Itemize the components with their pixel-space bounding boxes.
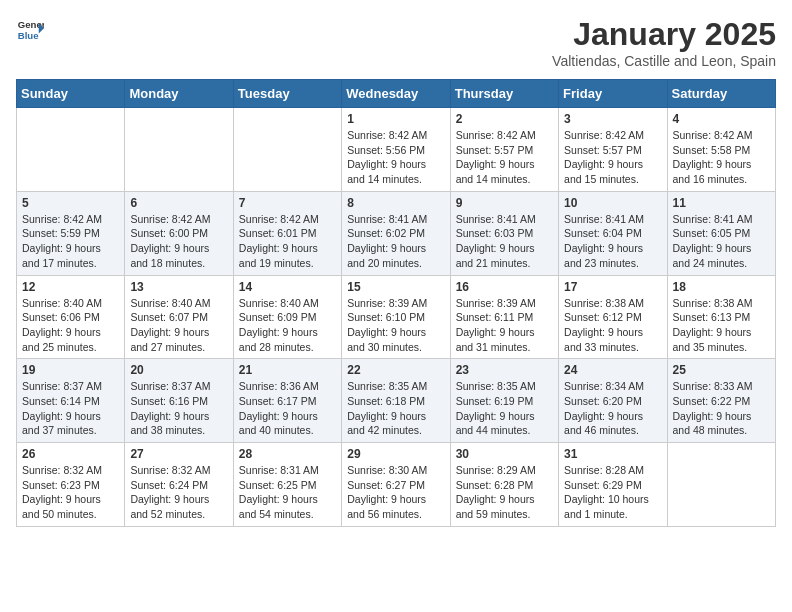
calendar-cell: 15Sunrise: 8:39 AM Sunset: 6:10 PM Dayli… <box>342 275 450 359</box>
column-header-thursday: Thursday <box>450 80 558 108</box>
calendar-cell: 10Sunrise: 8:41 AM Sunset: 6:04 PM Dayli… <box>559 191 667 275</box>
calendar-cell: 8Sunrise: 8:41 AM Sunset: 6:02 PM Daylig… <box>342 191 450 275</box>
day-info: Sunrise: 8:42 AM Sunset: 5:59 PM Dayligh… <box>22 212 119 271</box>
day-info: Sunrise: 8:37 AM Sunset: 6:16 PM Dayligh… <box>130 379 227 438</box>
column-header-tuesday: Tuesday <box>233 80 341 108</box>
calendar-cell: 5Sunrise: 8:42 AM Sunset: 5:59 PM Daylig… <box>17 191 125 275</box>
logo: General Blue <box>16 16 44 44</box>
day-number: 16 <box>456 280 553 294</box>
day-info: Sunrise: 8:40 AM Sunset: 6:09 PM Dayligh… <box>239 296 336 355</box>
day-info: Sunrise: 8:35 AM Sunset: 6:18 PM Dayligh… <box>347 379 444 438</box>
day-number: 26 <box>22 447 119 461</box>
calendar-subtitle: Valtiendas, Castille and Leon, Spain <box>552 53 776 69</box>
day-info: Sunrise: 8:32 AM Sunset: 6:24 PM Dayligh… <box>130 463 227 522</box>
calendar-cell: 11Sunrise: 8:41 AM Sunset: 6:05 PM Dayli… <box>667 191 775 275</box>
day-info: Sunrise: 8:29 AM Sunset: 6:28 PM Dayligh… <box>456 463 553 522</box>
day-info: Sunrise: 8:42 AM Sunset: 5:58 PM Dayligh… <box>673 128 770 187</box>
calendar-cell: 7Sunrise: 8:42 AM Sunset: 6:01 PM Daylig… <box>233 191 341 275</box>
calendar-cell <box>125 108 233 192</box>
day-number: 15 <box>347 280 444 294</box>
calendar-cell: 6Sunrise: 8:42 AM Sunset: 6:00 PM Daylig… <box>125 191 233 275</box>
day-info: Sunrise: 8:42 AM Sunset: 6:00 PM Dayligh… <box>130 212 227 271</box>
day-info: Sunrise: 8:41 AM Sunset: 6:02 PM Dayligh… <box>347 212 444 271</box>
day-info: Sunrise: 8:39 AM Sunset: 6:11 PM Dayligh… <box>456 296 553 355</box>
calendar-cell: 24Sunrise: 8:34 AM Sunset: 6:20 PM Dayli… <box>559 359 667 443</box>
day-number: 11 <box>673 196 770 210</box>
day-number: 9 <box>456 196 553 210</box>
calendar-cell: 2Sunrise: 8:42 AM Sunset: 5:57 PM Daylig… <box>450 108 558 192</box>
calendar-cell: 29Sunrise: 8:30 AM Sunset: 6:27 PM Dayli… <box>342 443 450 527</box>
day-info: Sunrise: 8:41 AM Sunset: 6:05 PM Dayligh… <box>673 212 770 271</box>
day-info: Sunrise: 8:38 AM Sunset: 6:12 PM Dayligh… <box>564 296 661 355</box>
calendar-cell <box>233 108 341 192</box>
logo-icon: General Blue <box>16 16 44 44</box>
day-info: Sunrise: 8:34 AM Sunset: 6:20 PM Dayligh… <box>564 379 661 438</box>
day-info: Sunrise: 8:41 AM Sunset: 6:04 PM Dayligh… <box>564 212 661 271</box>
calendar-cell <box>667 443 775 527</box>
day-info: Sunrise: 8:31 AM Sunset: 6:25 PM Dayligh… <box>239 463 336 522</box>
day-number: 12 <box>22 280 119 294</box>
calendar-cell: 27Sunrise: 8:32 AM Sunset: 6:24 PM Dayli… <box>125 443 233 527</box>
day-info: Sunrise: 8:39 AM Sunset: 6:10 PM Dayligh… <box>347 296 444 355</box>
day-number: 1 <box>347 112 444 126</box>
day-number: 13 <box>130 280 227 294</box>
day-number: 10 <box>564 196 661 210</box>
day-number: 20 <box>130 363 227 377</box>
day-info: Sunrise: 8:40 AM Sunset: 6:06 PM Dayligh… <box>22 296 119 355</box>
day-number: 28 <box>239 447 336 461</box>
calendar-cell: 30Sunrise: 8:29 AM Sunset: 6:28 PM Dayli… <box>450 443 558 527</box>
day-info: Sunrise: 8:32 AM Sunset: 6:23 PM Dayligh… <box>22 463 119 522</box>
day-info: Sunrise: 8:38 AM Sunset: 6:13 PM Dayligh… <box>673 296 770 355</box>
calendar-week-row: 19Sunrise: 8:37 AM Sunset: 6:14 PM Dayli… <box>17 359 776 443</box>
day-number: 19 <box>22 363 119 377</box>
calendar-week-row: 26Sunrise: 8:32 AM Sunset: 6:23 PM Dayli… <box>17 443 776 527</box>
day-info: Sunrise: 8:40 AM Sunset: 6:07 PM Dayligh… <box>130 296 227 355</box>
day-info: Sunrise: 8:35 AM Sunset: 6:19 PM Dayligh… <box>456 379 553 438</box>
calendar-cell: 25Sunrise: 8:33 AM Sunset: 6:22 PM Dayli… <box>667 359 775 443</box>
calendar-cell <box>17 108 125 192</box>
calendar-cell: 31Sunrise: 8:28 AM Sunset: 6:29 PM Dayli… <box>559 443 667 527</box>
day-number: 27 <box>130 447 227 461</box>
column-header-saturday: Saturday <box>667 80 775 108</box>
calendar-cell: 21Sunrise: 8:36 AM Sunset: 6:17 PM Dayli… <box>233 359 341 443</box>
calendar-cell: 12Sunrise: 8:40 AM Sunset: 6:06 PM Dayli… <box>17 275 125 359</box>
calendar-cell: 22Sunrise: 8:35 AM Sunset: 6:18 PM Dayli… <box>342 359 450 443</box>
day-info: Sunrise: 8:30 AM Sunset: 6:27 PM Dayligh… <box>347 463 444 522</box>
day-number: 18 <box>673 280 770 294</box>
calendar-cell: 1Sunrise: 8:42 AM Sunset: 5:56 PM Daylig… <box>342 108 450 192</box>
calendar-cell: 18Sunrise: 8:38 AM Sunset: 6:13 PM Dayli… <box>667 275 775 359</box>
title-block: January 2025 Valtiendas, Castille and Le… <box>552 16 776 69</box>
calendar-cell: 3Sunrise: 8:42 AM Sunset: 5:57 PM Daylig… <box>559 108 667 192</box>
day-number: 5 <box>22 196 119 210</box>
column-header-sunday: Sunday <box>17 80 125 108</box>
day-number: 3 <box>564 112 661 126</box>
calendar-week-row: 1Sunrise: 8:42 AM Sunset: 5:56 PM Daylig… <box>17 108 776 192</box>
day-info: Sunrise: 8:42 AM Sunset: 5:56 PM Dayligh… <box>347 128 444 187</box>
column-header-friday: Friday <box>559 80 667 108</box>
calendar-cell: 23Sunrise: 8:35 AM Sunset: 6:19 PM Dayli… <box>450 359 558 443</box>
day-info: Sunrise: 8:42 AM Sunset: 6:01 PM Dayligh… <box>239 212 336 271</box>
calendar-cell: 28Sunrise: 8:31 AM Sunset: 6:25 PM Dayli… <box>233 443 341 527</box>
day-number: 24 <box>564 363 661 377</box>
day-info: Sunrise: 8:42 AM Sunset: 5:57 PM Dayligh… <box>564 128 661 187</box>
calendar-title: January 2025 <box>552 16 776 53</box>
day-number: 8 <box>347 196 444 210</box>
day-number: 23 <box>456 363 553 377</box>
calendar-cell: 14Sunrise: 8:40 AM Sunset: 6:09 PM Dayli… <box>233 275 341 359</box>
day-number: 22 <box>347 363 444 377</box>
calendar-cell: 16Sunrise: 8:39 AM Sunset: 6:11 PM Dayli… <box>450 275 558 359</box>
day-number: 7 <box>239 196 336 210</box>
day-number: 31 <box>564 447 661 461</box>
day-number: 4 <box>673 112 770 126</box>
calendar-cell: 4Sunrise: 8:42 AM Sunset: 5:58 PM Daylig… <box>667 108 775 192</box>
day-number: 2 <box>456 112 553 126</box>
column-header-wednesday: Wednesday <box>342 80 450 108</box>
day-info: Sunrise: 8:37 AM Sunset: 6:14 PM Dayligh… <box>22 379 119 438</box>
calendar-week-row: 12Sunrise: 8:40 AM Sunset: 6:06 PM Dayli… <box>17 275 776 359</box>
day-number: 6 <box>130 196 227 210</box>
day-number: 14 <box>239 280 336 294</box>
day-info: Sunrise: 8:28 AM Sunset: 6:29 PM Dayligh… <box>564 463 661 522</box>
calendar-cell: 17Sunrise: 8:38 AM Sunset: 6:12 PM Dayli… <box>559 275 667 359</box>
calendar-week-row: 5Sunrise: 8:42 AM Sunset: 5:59 PM Daylig… <box>17 191 776 275</box>
svg-text:Blue: Blue <box>18 30 39 41</box>
